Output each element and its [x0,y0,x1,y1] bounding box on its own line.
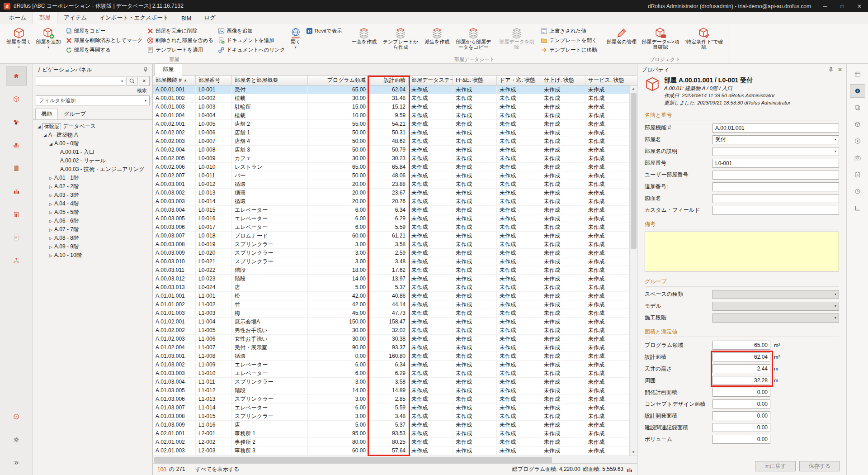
area-value-input[interactable]: 0.00 [712,423,770,432]
open-template-button[interactable]: テンプレートを開く [538,36,599,45]
area-value-input[interactable]: 0.00 [712,435,770,444]
ribbon-tab[interactable]: ホーム [3,12,33,24]
chevrons-button[interactable] [6,453,27,472]
table-row[interactable]: A.00.02.003L0-007店舗 450.0048.62未作成未作成未作成… [153,137,629,146]
room-data-item-check-button[interactable]: 部屋データ<->項目確認 [639,25,682,56]
copy-room-button[interactable]: 部屋をコピー [63,26,145,36]
field-input[interactable] [712,171,839,180]
tree-toggle-icon[interactable]: ▷ [47,193,54,198]
table-row[interactable]: A.01.01.001L1-001松42.0040.86未作成未作成未作成未作成… [153,292,629,300]
table-row[interactable]: A.00.03.007L0-018プロムナード60.0061.21未作成未作成未… [153,232,629,240]
tree-toggle-icon[interactable]: ▷ [47,228,54,232]
add-document-button[interactable]: ドキュメントを追加 [216,36,287,45]
table-row[interactable]: A.00.02.007L0-011バー50.0048.06未作成未作成未作成未作… [153,171,629,180]
module-products-button[interactable] [6,136,27,155]
area-value-input[interactable]: 32.28 [712,376,770,385]
area-value-input[interactable]: 0.00 [712,399,770,408]
module-rooms-button[interactable] [6,90,27,109]
field-input[interactable]: L0-001 [712,159,839,168]
tree-item[interactable]: ▷A.03 - 3階 [33,191,152,200]
tree-item[interactable]: ▷A.10 - 10階 [33,251,152,260]
field-select[interactable]: ▾ [712,290,839,299]
create-derived-button[interactable]: 派生を作成 [422,25,452,56]
area-value-input[interactable]: 0.00 [712,388,770,397]
create-from-template-button[interactable]: テンプレートから作成 [379,25,422,56]
table-row[interactable]: A.02.01.002L2-002事務所 280.0080.25未作成未作成未作… [153,438,629,446]
table-row[interactable]: A.00.03.004L0-015エレベーター6.006.34未作成未作成未作成… [153,206,629,214]
table-row[interactable]: A.02.01.003L2-003事務所 360.0057.64未作成未作成未作… [153,446,629,455]
module-home-button[interactable] [6,66,27,86]
column-header[interactable]: 部屋名と部屋概要 [232,76,308,85]
module-portal-button[interactable] [6,205,27,224]
column-header[interactable]: 部屋機能 #▲ [153,76,196,85]
search-input[interactable] [38,77,121,85]
gear-button[interactable] [6,430,27,449]
tree-item[interactable]: ◢体験版データベース [33,122,152,131]
module-door-button[interactable] [6,159,27,178]
table-row[interactable]: A.00.03.012L0-023階段14.0013.97未作成未作成未作成未作… [153,275,629,283]
panel-ruler-button[interactable] [850,201,865,215]
tab-rooms[interactable]: 部屋 [154,63,182,76]
table-row[interactable]: A.00.03.002L0-013循環20.0023.67未作成未作成未作成未作… [153,189,629,197]
table-row[interactable]: A.00.01.004L0-004植栽10.009.59未作成未作成未作成未作成… [153,111,629,120]
show-all-link[interactable]: すべてを表示する [195,466,240,473]
panel-box-button[interactable] [850,118,865,131]
field-select[interactable]: ▾ [712,314,839,323]
tree-toggle-icon[interactable]: ▷ [47,202,54,206]
module-report-button[interactable] [6,228,27,247]
table-row[interactable]: A.01.01.003L1-003梅45.0047.73未作成未作成未作成未作成… [153,309,629,318]
column-header[interactable]: 部屋データステータス [409,76,453,85]
delete-room-data-button[interactable]: 部屋データを削除 [495,25,538,56]
table-row[interactable]: A.00.03.009L0-020スプリンクラー3.002.59未作成未作成未作… [153,249,629,257]
table-row[interactable]: A.01.02.004L1-007受付・展示室90.0093.37未作成未作成未… [153,343,629,352]
table-row[interactable]: A.01.03.001L1-008循環0.00160.80未作成未作成未作成未作… [153,352,629,361]
table-row[interactable]: A.01.01.002L1-002竹42.0044.14未作成未作成未作成未作成… [153,300,629,309]
area-value-input[interactable]: 62.04 [712,352,770,361]
copy-room-data-button[interactable]: 部屋から部屋データをコピー [452,25,495,56]
overridden-values-button[interactable]: 上書きされた値 [538,26,599,36]
panel-clipboard-button[interactable] [850,168,865,181]
module-items-button[interactable] [6,113,27,132]
field-input[interactable] [712,182,839,191]
table-row[interactable]: A.00.03.001L0-012循環20.0023.88未作成未作成未作成未作… [153,180,629,189]
tree-toggle-icon[interactable]: ▷ [47,219,54,223]
table-row[interactable]: A.00.01.001L0-001受付65.0062.04未作成未作成未作成未作… [153,86,629,94]
table-row[interactable]: A.00.03.006L0-017エレベーター6.005.59未作成未作成未作成… [153,223,629,232]
table-row[interactable]: A.01.02.001L1-004展示会場A150.00158.47未作成未作成… [153,318,629,326]
table-row[interactable]: A.00.03.013L0-024店5.005.37未作成未作成未作成未作成未作… [153,283,629,292]
table-row[interactable]: A.00.02.005L0-009カフェ30.0030.23未作成未作成未作成未… [153,154,629,163]
table-row[interactable]: A.01.03.003L1-010エレベーター6.006.29未作成未作成未作成… [153,369,629,378]
panel-layout-button[interactable] [850,67,865,81]
search-button[interactable] [127,76,137,86]
tree-toggle-icon[interactable]: ◢ [47,142,54,146]
tree-item[interactable]: ▷A.02 - 2階 [33,182,152,191]
notes-field[interactable] [645,232,839,271]
table-row[interactable]: A.01.03.008L1-015スプリンクラー3.003.48未作成未作成未作… [153,412,629,421]
column-header[interactable]: ドア・窓: 状態 [497,76,541,85]
minimize-button[interactable]: ─ [816,0,834,12]
tree-toggle-icon[interactable]: ▷ [47,236,54,241]
panel-camera-button[interactable] [850,151,865,165]
table-row[interactable]: A.01.02.003L1-006女性お手洗い30.0030.38未作成未作成未… [153,335,629,343]
scroll-up-icon[interactable]: ▲ [632,86,635,92]
table-row[interactable]: A.00.02.002L0-006店舗 150.0050.31未作成未作成未作成… [153,128,629,137]
tree-item[interactable]: A.00.01 - 入口 [33,148,152,157]
table-row[interactable]: A.00.03.011L0-022階段18.0017.62未作成未作成未作成未作… [153,266,629,275]
tree-toggle-icon[interactable]: ▷ [47,176,54,180]
tree-item[interactable]: ▷A.08 - 8階 [33,234,152,242]
column-header[interactable]: 設計面積 [369,76,409,85]
area-value-input[interactable]: 65.00 [712,341,770,350]
tree-toggle-icon[interactable]: ▷ [47,185,54,189]
area-value-input[interactable]: 2.44 [712,364,770,373]
area-value-input[interactable]: 0.00 [712,411,770,420]
tree-item[interactable]: ◢A.00 - 0階 [33,139,152,148]
table-row[interactable]: A.00.03.003L0-014循環20.0020.76未作成未作成未作成未作… [153,197,629,206]
table-row[interactable]: A.01.03.009L1-016店5.005.37未作成未作成未作成未作成未作… [153,421,629,429]
ribbon-tab[interactable]: BIM [175,14,198,24]
field-input[interactable] [712,194,839,203]
apply-template-button[interactable]: テンプレートを適用 [145,45,216,55]
ribbon-tab[interactable]: ログ [198,12,222,24]
ribbon-tab[interactable]: インポート・エクスポート [93,12,175,24]
tree-item[interactable]: ▷A.04 - 4階 [33,200,152,208]
horizontal-scrollbar[interactable] [153,456,637,463]
